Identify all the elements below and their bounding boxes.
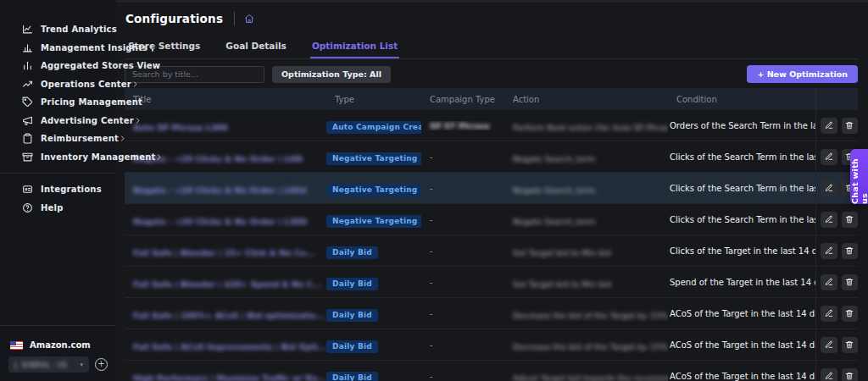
action-value: Negate Search_term <box>513 185 595 195</box>
aggregated-stores-icon <box>21 60 33 72</box>
condition-value: Clicks of the Target in the last 14 days… <box>670 246 815 256</box>
us-flag-icon <box>10 341 23 350</box>
sidebar-item-reimbursement[interactable]: Reimbursement <box>0 130 116 148</box>
table-row: Auto SP Phrase L300Auto Campaign Creatio… <box>125 110 858 141</box>
edit-button[interactable] <box>821 306 837 322</box>
row-type-cell: Daily Bid <box>326 336 421 353</box>
sidebar-item-pricing-management[interactable]: Pricing Management <box>0 93 116 112</box>
column-header-condition: Condition <box>668 95 815 104</box>
optimization-title-link[interactable]: Negate - <20 Clicks & No Order | L60d <box>133 185 306 195</box>
home-icon[interactable] <box>244 14 254 24</box>
delete-button[interactable] <box>842 212 859 228</box>
campaign-type-value: SP ST Phrase <box>430 121 490 130</box>
row-actions-cell <box>815 361 858 381</box>
type-badge: Daily Bid <box>326 372 378 381</box>
row-action-cell: Decrease the bid of the Target by 15% (i… <box>504 306 668 322</box>
row-action-cell: Negate Search_term <box>504 149 668 165</box>
chevron-right-icon <box>155 153 163 161</box>
optimization-title-link[interactable]: Fail Safe | 100%+ ACoS | Bid optimizatio… <box>133 311 325 320</box>
delete-button[interactable] <box>842 306 859 322</box>
account-name: J. SOBRAL - US <box>14 361 67 369</box>
campaign-type-value: - <box>430 215 432 224</box>
main-content: Configurations Store SettingsGoal Detail… <box>116 0 868 381</box>
sidebar-item-integrations[interactable]: Integrations <box>0 180 116 199</box>
chat-with-us-tab[interactable]: Chat with us <box>850 149 868 204</box>
edit-button[interactable] <box>821 212 837 228</box>
optimization-title-link[interactable]: Auto SP Phrase L300 <box>133 123 228 132</box>
campaign-type-value: - <box>430 246 432 256</box>
management-insights-icon <box>21 41 33 53</box>
delete-button[interactable] <box>842 337 859 353</box>
edit-button[interactable] <box>821 368 837 381</box>
optimization-table: Title Type Campaign Type Action Conditio… <box>125 88 858 381</box>
sidebar-item-operations-center[interactable]: Operations Center <box>0 75 116 94</box>
column-header-title: Title <box>125 95 326 104</box>
row-action-cell: Negate Search_term <box>504 212 668 228</box>
toolbar: Optimization Type: All + New Optimizatio… <box>125 65 858 83</box>
condition-value: Clicks of the Search Term in the last 14… <box>670 152 815 162</box>
campaign-type-value: - <box>430 278 432 287</box>
action-value: Decrease the bid of the Target by 15% (i… <box>513 311 668 320</box>
edit-button[interactable] <box>821 118 837 134</box>
chevron-right-icon <box>134 117 142 124</box>
row-condition-cell: Clicks of the Search Term in the last 14… <box>668 152 815 162</box>
row-type-cell: Negative Targeting <box>326 211 421 228</box>
delete-button[interactable] <box>842 274 859 290</box>
delete-button[interactable] <box>842 118 859 134</box>
add-account-button[interactable]: + <box>95 358 108 371</box>
row-campaign-type-cell: SP ST Phrase <box>421 121 504 130</box>
sidebar-item-advertising-center[interactable]: Advertising Center <box>0 112 116 130</box>
sidebar-item-label: Operations Center <box>41 80 131 89</box>
delete-button[interactable] <box>842 243 859 259</box>
row-actions-cell <box>815 329 858 360</box>
optimization-title-link[interactable]: Negate - <20 Clicks & No Order | L30D <box>133 217 307 226</box>
optimization-title-link[interactable]: High Performers | Maximize Traffic w/ Re… <box>133 373 326 381</box>
row-title-cell: Fail Safe | ACoS Improvements | Bid Opti… <box>125 337 326 353</box>
campaign-type-value: - <box>430 372 432 381</box>
sidebar-item-trend-analytics[interactable]: Trend Analytics <box>0 20 116 39</box>
type-badge: Negative Targeting <box>326 215 421 228</box>
optimization-title-link[interactable]: Fail Safe | ACoS Improvements | Bid Opti… <box>133 342 326 351</box>
sidebar-item-help[interactable]: Help <box>0 199 116 218</box>
row-condition-cell: ACoS of the Target in the last 14 days i… <box>668 309 815 318</box>
condition-value: Spend of the Target in the last 14 days … <box>670 278 815 287</box>
sidebar-item-management-insights[interactable]: Management Insightsi <box>0 39 116 58</box>
sidebar-item-label: Advertising Center <box>41 116 134 125</box>
sidebar-item-label: Aggregated Stores View <box>41 61 160 70</box>
row-action-cell: Adjust Target bid towards the recommende… <box>504 368 668 381</box>
condition-value: Orders of the Search Term in the last 30… <box>670 121 815 130</box>
sidebar-item-label: Management Insights <box>41 43 147 52</box>
edit-button[interactable] <box>821 243 837 259</box>
account-select[interactable]: J. SOBRAL - US ▾ <box>8 356 89 373</box>
chat-with-us-label: Chat with us <box>850 149 868 204</box>
sidebar-footer-divider <box>0 325 116 326</box>
action-value: Negate Search_term <box>513 217 595 226</box>
row-campaign-type-cell: - <box>421 215 504 224</box>
optimization-title-link[interactable]: Fail Safe | Bleeder | 15+ Click & No Co.… <box>133 248 314 257</box>
tab-goal-details[interactable]: Goal Details <box>224 37 288 58</box>
edit-button[interactable] <box>821 274 837 290</box>
type-badge: Daily Bid <box>326 340 378 353</box>
edit-button[interactable] <box>821 149 837 165</box>
row-action-cell: Set Target bid to Min bid <box>504 243 668 259</box>
delete-button[interactable] <box>842 368 859 381</box>
chevron-down-icon: ▾ <box>80 362 83 368</box>
tab-optimization-list[interactable]: Optimization List <box>310 37 399 58</box>
sidebar-item-inventory-management[interactable]: Inventory Management <box>0 148 116 167</box>
edit-button[interactable] <box>821 180 837 196</box>
new-optimization-button[interactable]: + New Optimization <box>747 65 858 83</box>
row-campaign-type-cell: - <box>421 309 504 318</box>
optimization-type-filter[interactable]: Optimization Type: All <box>272 66 391 83</box>
row-type-cell: Daily Bid <box>326 367 421 381</box>
type-badge: Daily Bid <box>326 278 378 290</box>
campaign-type-value: - <box>430 309 432 318</box>
optimization-title-link[interactable]: Fail Safe | Bleeder | $20+ Spend & No C.… <box>133 279 322 289</box>
sidebar-item-label: Pricing Management <box>41 97 142 107</box>
sidebar-item-aggregated-stores-view[interactable]: Aggregated Stores View <box>0 57 116 75</box>
row-type-cell: Daily Bid <box>326 273 421 290</box>
action-value: Perform Next action (for Auto SP Phras..… <box>513 123 668 132</box>
edit-button[interactable] <box>821 337 837 353</box>
row-title-cell: Fail Safe | 100%+ ACoS | Bid optimizatio… <box>125 306 326 322</box>
action-value: Set Target bid to Min bid <box>513 248 611 257</box>
info-badge-icon: i <box>152 44 153 52</box>
